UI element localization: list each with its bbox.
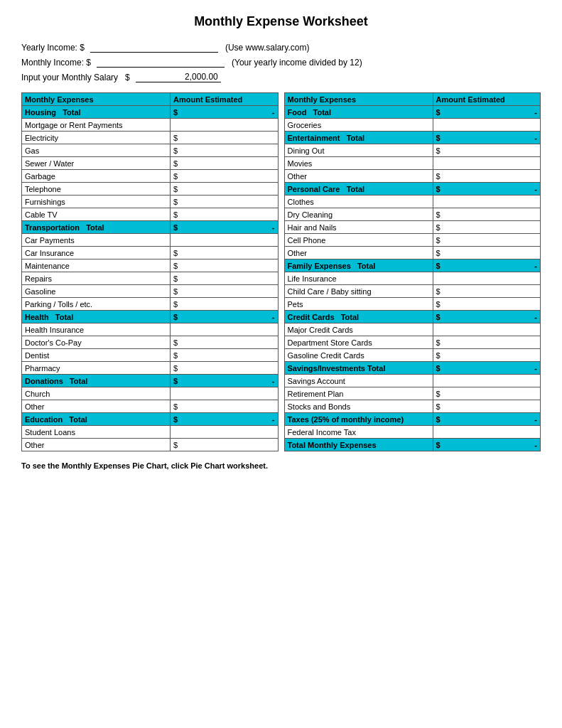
table-row: Other$ [22, 400, 279, 413]
table-row: Retirement Plan$ [284, 387, 541, 400]
row-name: Repairs [22, 272, 171, 285]
section-total-amount[interactable]: $- [433, 259, 540, 272]
salary-dollar: $ [125, 73, 130, 82]
row-amount[interactable] [171, 234, 278, 247]
row-name: Pets [284, 298, 433, 311]
row-amount[interactable]: $ [171, 196, 278, 208]
row-amount[interactable]: $ [433, 144, 540, 157]
table-row: Child Care / Baby sitting$ [284, 285, 541, 298]
section-total-amount[interactable]: $- [171, 106, 278, 119]
row-name: Electricity [22, 132, 171, 144]
row-amount[interactable]: $ [171, 144, 278, 157]
final-total-row: Total Monthly Expenses$- [284, 439, 541, 451]
row-name: Cell Phone [284, 234, 433, 247]
row-name: Major Credit Cards [284, 323, 433, 336]
row-name: Car Payments [22, 234, 171, 247]
row-amount[interactable] [433, 196, 540, 208]
col-header-amount: Amount Estimated [433, 93, 540, 106]
row-name: Parking / Tolls / etc. [22, 298, 171, 311]
table-row: Mortgage or Rent Payments [22, 119, 279, 132]
row-amount[interactable]: $ [433, 247, 540, 259]
row-amount[interactable] [171, 387, 278, 400]
row-amount[interactable]: $ [433, 234, 540, 247]
monthly-income-field[interactable] [97, 57, 225, 68]
row-amount[interactable]: $ [171, 170, 278, 183]
row-amount[interactable]: $ [171, 183, 278, 196]
row-amount[interactable]: $ [433, 400, 540, 413]
table-row: Pharmacy$ [22, 362, 279, 375]
section-total-amount[interactable]: $- [171, 221, 278, 234]
section-total-amount[interactable]: $- [171, 311, 278, 323]
row-amount[interactable] [433, 157, 540, 170]
yearly-income-label: Yearly Income: $ [21, 43, 85, 53]
row-amount[interactable] [171, 323, 278, 336]
row-amount[interactable]: $ [433, 349, 540, 362]
row-amount[interactable]: $ [171, 157, 278, 170]
table-row: Electricity$ [22, 132, 279, 144]
section-total-amount[interactable]: $- [433, 106, 540, 119]
section-total-label: Housing Total [22, 106, 171, 119]
row-amount[interactable]: $ [433, 208, 540, 221]
row-amount[interactable]: $ [171, 400, 278, 413]
table-row: Other$ [284, 170, 541, 183]
row-name: Health Insurance [22, 323, 171, 336]
row-amount[interactable] [171, 119, 278, 132]
table-row: Gasoline$ [22, 285, 279, 298]
row-amount[interactable]: $ [433, 170, 540, 183]
row-amount[interactable]: $ [171, 272, 278, 285]
section-total-amount[interactable]: $- [433, 132, 540, 144]
section-total-label: Health Total [22, 311, 171, 323]
row-amount[interactable] [433, 272, 540, 285]
table-row: Stocks and Bonds$ [284, 400, 541, 413]
table-row: Cable TV$ [22, 208, 279, 221]
row-amount[interactable]: $ [171, 259, 278, 272]
row-amount[interactable]: $ [433, 298, 540, 311]
table-row: Groceries [284, 119, 541, 132]
section-total-label: Education Total [22, 413, 171, 426]
final-total-amount[interactable]: $- [433, 439, 540, 451]
row-amount[interactable]: $ [433, 336, 540, 349]
row-amount[interactable] [171, 426, 278, 439]
table-row: Repairs$ [22, 272, 279, 285]
row-name: Gasoline [22, 285, 171, 298]
row-amount[interactable]: $ [171, 298, 278, 311]
section-total-amount[interactable]: $- [171, 413, 278, 426]
row-amount[interactable] [433, 426, 540, 439]
row-amount[interactable]: $ [171, 132, 278, 144]
row-amount[interactable]: $ [171, 208, 278, 221]
row-amount[interactable]: $ [171, 362, 278, 375]
row-amount[interactable]: $ [433, 387, 540, 400]
row-amount[interactable]: $ [171, 336, 278, 349]
row-amount[interactable] [433, 119, 540, 132]
yearly-income-hint: (Use www.salary.com) [225, 43, 309, 53]
row-amount[interactable]: $ [171, 439, 278, 451]
section-total-amount[interactable]: $- [433, 311, 540, 323]
row-name: Groceries [284, 119, 433, 132]
row-name: Federal Income Tax [284, 426, 433, 439]
section-total-amount[interactable]: $- [433, 362, 540, 375]
col-header-name: Monthly Expenses [22, 93, 171, 106]
row-amount[interactable]: $ [433, 285, 540, 298]
row-amount[interactable]: $ [171, 285, 278, 298]
section-total-amount[interactable]: $- [171, 375, 278, 387]
row-amount[interactable] [433, 323, 540, 336]
section-total-amount[interactable]: $- [433, 413, 540, 426]
table-row: Telephone$ [22, 183, 279, 196]
table-row: Gas$ [22, 144, 279, 157]
section-total-label: Credit Cards Total [284, 311, 433, 323]
yearly-income-field[interactable] [90, 42, 218, 53]
left-table: Monthly ExpensesAmount EstimatedHousing … [21, 92, 279, 451]
row-amount[interactable]: $ [171, 349, 278, 362]
section-total-label: Donations Total [22, 375, 171, 387]
row-amount[interactable]: $ [171, 247, 278, 259]
row-name: Pharmacy [22, 362, 171, 375]
row-name: Department Store Cards [284, 336, 433, 349]
salary-value[interactable]: 2,000.00 [136, 72, 221, 82]
section-total-amount[interactable]: $- [433, 183, 540, 196]
table-row: Cell Phone$ [284, 234, 541, 247]
row-amount[interactable] [433, 375, 540, 387]
row-amount[interactable]: $ [433, 221, 540, 234]
right-table: Monthly ExpensesAmount EstimatedFood Tot… [284, 92, 541, 451]
table-row: Church [22, 387, 279, 400]
table-row: Furnishings$ [22, 196, 279, 208]
